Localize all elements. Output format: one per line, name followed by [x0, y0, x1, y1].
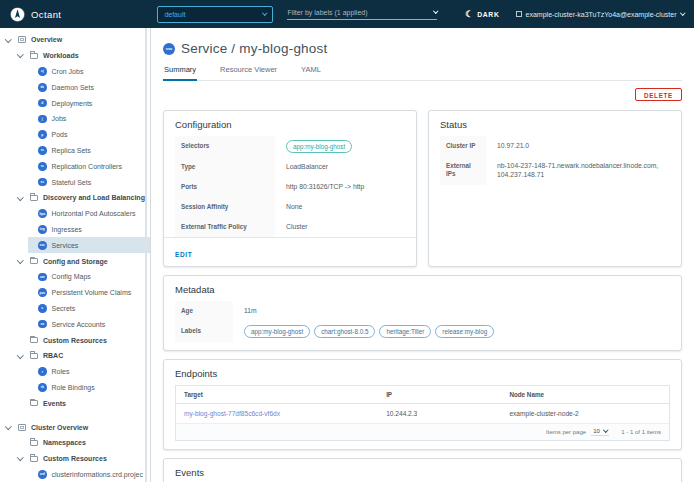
sidebar-item-label: Horizontal Pod Autoscalers: [52, 210, 136, 217]
summary-row: Portshttp 80:31626/TCP -> http: [175, 177, 405, 197]
sidebar-item-label: Services: [52, 242, 79, 249]
metadata-title: Metadata: [175, 284, 670, 295]
row-label: Selectors: [175, 136, 275, 157]
caret-down-icon[interactable]: [18, 197, 30, 200]
app-title: Octant: [31, 9, 61, 20]
sidebar-item-services[interactable]: svcServices: [28, 237, 150, 253]
sidebar-item-overview[interactable]: Overview: [0, 32, 150, 48]
sidebar-item-label: Workloads: [43, 52, 79, 59]
sidebar-item-label: Roles: [52, 368, 70, 375]
sidebar-item-label: RBAC: [43, 352, 63, 359]
sidebar-item-pods[interactable]: pPods: [0, 127, 150, 143]
tab-summary[interactable]: Summary: [163, 65, 197, 81]
sidebar-item-stateful-sets[interactable]: ssStateful Sets: [0, 174, 150, 190]
sidebar-item-clusterinformations-crd-projec[interactable]: crdclusterinformations.crd.projec: [0, 467, 150, 482]
namespace-value: default: [164, 11, 185, 18]
sidebar-item-custom-resources[interactable]: Custom Resources: [0, 332, 150, 348]
sidebar-item-secrets[interactable]: sSecrets: [0, 301, 150, 317]
sidebar-item-persistent-volume-claims[interactable]: pvcPersistent Volume Claims: [0, 285, 150, 301]
actions-row: DELETE: [163, 88, 682, 101]
role-bindings-icon: rb: [38, 383, 47, 392]
sidebar-item-custom-resources[interactable]: Custom Resources: [0, 451, 150, 467]
sidebar-item-label: Persistent Volume Claims: [52, 289, 132, 296]
sidebar-item-discovery-and-load-balancing[interactable]: Discovery and Load Balancing: [0, 190, 150, 206]
main-content: svc Service / my-blog-ghost SummaryResou…: [151, 28, 694, 482]
configuration-title: Configuration: [175, 119, 405, 130]
context-label: example-cluster-ka3TuTzYo4a@example-clus…: [526, 11, 677, 18]
daemon-sets-icon: ds: [38, 83, 47, 92]
sidebar-item-label: Custom Resources: [43, 337, 107, 344]
sidebar-item-replica-sets[interactable]: rsReplica Sets: [0, 143, 150, 159]
summary-row: External Traffic PolicyCluster: [175, 217, 405, 237]
sidebar-item-role-bindings[interactable]: rbRole Bindings: [0, 380, 150, 396]
sidebar-item-daemon-sets[interactable]: dsDaemon Sets: [0, 79, 150, 95]
namespace-dropdown[interactable]: default: [157, 6, 273, 23]
sidebar-item-namespaces[interactable]: Namespaces: [0, 435, 150, 451]
row-value: None: [275, 197, 405, 217]
sidebar-item-replication-controllers[interactable]: rcReplication Controllers: [0, 158, 150, 174]
endpoints-table: TargetIPNode Namemy-blog-ghost-77df85c6c…: [176, 386, 669, 424]
label-badge[interactable]: release:my-blog: [435, 325, 494, 338]
sidebar-item-roles[interactable]: rRoles: [0, 364, 150, 380]
sidebar-item-label: Discovery and Load Balancing: [43, 194, 145, 201]
configuration-card: Configuration Selectorsapp:my-blog-ghost…: [163, 110, 417, 267]
summary-row: Session AffinityNone: [175, 197, 405, 217]
cron-jobs-icon: cj: [38, 67, 47, 76]
endpoint-target-link[interactable]: my-blog-ghost-77df85c6cd-vf6dx: [176, 403, 378, 423]
endpoints-pagination: Items per page 10 1 - 1 of 1 items: [176, 424, 669, 440]
edit-link[interactable]: EDIT: [175, 251, 192, 258]
caret-down-icon[interactable]: [18, 457, 30, 460]
replication-controllers-icon: rc: [38, 162, 47, 171]
label-badge[interactable]: app:my-blog-ghost: [244, 325, 310, 338]
sidebar-item-cluster-overview[interactable]: Cluster Overview: [0, 419, 150, 435]
services-icon: svc: [38, 241, 47, 250]
caret-down-icon[interactable]: [18, 54, 30, 57]
sidebar-item-label: Role Bindings: [52, 384, 95, 391]
context-selector[interactable]: example-cluster-ka3TuTzYo4a@example-clus…: [516, 11, 684, 18]
column-header-node-name: Node Name: [501, 386, 669, 404]
sidebar-item-deployments[interactable]: dDeployments: [0, 95, 150, 111]
row-label: Type: [175, 157, 275, 177]
sidebar-item-label: Stateful Sets: [52, 179, 92, 186]
selector-badge[interactable]: app:my-blog-ghost: [286, 140, 352, 153]
sidebar-item-events[interactable]: Events: [0, 395, 150, 411]
caret-down-icon[interactable]: [18, 355, 30, 358]
status-rows: Cluster IP10.97.21.0External IPsnb-104-2…: [440, 136, 670, 185]
row-value: 11m: [233, 301, 670, 321]
theme-toggle[interactable]: ☾ DARK: [465, 10, 499, 19]
caret-down-icon[interactable]: [6, 39, 18, 42]
delete-button[interactable]: DELETE: [635, 88, 682, 101]
replica-sets-icon: rs: [38, 146, 47, 155]
row-label: Labels: [175, 321, 233, 342]
pagination-range: 1 - 1 of 1 items: [621, 429, 661, 435]
label-badge[interactable]: heritage:Tiller: [379, 325, 431, 338]
sidebar-item-rbac[interactable]: RBAC: [0, 348, 150, 364]
table-cell: 10.244.2.3: [378, 403, 501, 423]
row-label: External IPs: [440, 156, 486, 184]
table-cell: example-cluster-node-2: [501, 403, 669, 423]
endpoints-table-wrap: TargetIPNode Namemy-blog-ghost-77df85c6c…: [175, 385, 670, 441]
sidebar-item-label: Replica Sets: [52, 147, 91, 154]
sidebar-item-cron-jobs[interactable]: cjCron Jobs: [0, 64, 150, 80]
sidebar-item-label: clusterinformations.crd.projec: [52, 471, 143, 478]
label-filter-input[interactable]: Filter by labels (1 applied): [287, 9, 437, 20]
sidebar-item-config-maps[interactable]: cmConfig Maps: [0, 269, 150, 285]
cluster-icon: [516, 11, 522, 17]
applications-icon: [18, 36, 26, 43]
sidebar-item-label: Cluster Overview: [31, 424, 88, 431]
sidebar-item-service-accounts[interactable]: saService Accounts: [0, 316, 150, 332]
sidebar-item-jobs[interactable]: jJobs: [0, 111, 150, 127]
sidebar-item-workloads[interactable]: Workloads: [0, 48, 150, 64]
label-badge[interactable]: chart:ghost-8.0.5: [314, 325, 375, 338]
tab-resource-viewer[interactable]: Resource Viewer: [219, 65, 278, 80]
tab-yaml[interactable]: YAML: [300, 65, 322, 80]
items-per-page-select[interactable]: 10: [591, 428, 609, 436]
caret-down-icon[interactable]: [6, 426, 18, 429]
chevron-down-icon: [680, 11, 685, 16]
sidebar-item-label: Config and Storage: [43, 258, 108, 265]
caret-down-icon[interactable]: [18, 260, 30, 263]
sidebar-item-ingresses[interactable]: ingIngresses: [0, 222, 150, 238]
sidebar-item-horizontal-pod-autoscalers[interactable]: hpaHorizontal Pod Autoscalers: [0, 206, 150, 222]
page-title: Service / my-blog-ghost: [181, 41, 327, 56]
sidebar-item-config-and-storage[interactable]: Config and Storage: [0, 253, 150, 269]
